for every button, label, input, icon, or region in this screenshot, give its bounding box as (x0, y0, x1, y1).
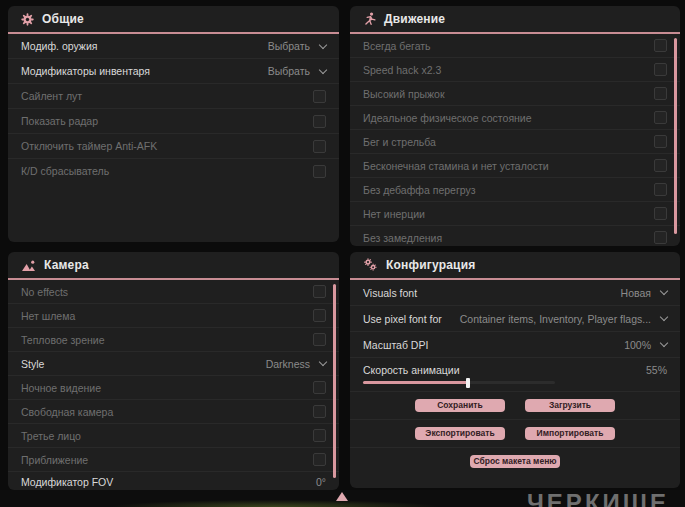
panel-movement-rows: Всегда бегатьSpeed hack x2.3Высокий прыж… (350, 34, 680, 246)
row-label: Бег и стрельба (363, 136, 436, 148)
movement-row[interactable]: Бесконечная стамина и нет усталости (350, 153, 680, 177)
dropdown[interactable]: 100% (624, 339, 667, 351)
game-terrain (40, 496, 510, 507)
panel-title: Движение (384, 12, 445, 26)
config-row: Масштаб DPI100% (350, 331, 680, 357)
movement-row[interactable]: Speed hack x2.3 (350, 57, 680, 81)
config-button[interactable]: Загрузить (525, 399, 615, 412)
panel-config-rows: Visuals fontНоваяUse pixel font forConta… (350, 280, 680, 390)
movement-row[interactable]: Высокий прыжок (350, 81, 680, 105)
checkbox[interactable] (313, 453, 326, 466)
movement-row[interactable]: Без замедления (350, 225, 680, 246)
row-label: Ночное видение (21, 382, 101, 394)
row-label: Масштаб DPI (363, 339, 428, 351)
slider[interactable] (363, 381, 555, 384)
camera-row[interactable]: Приближение (8, 447, 339, 471)
row-label: Speed hack x2.3 (363, 64, 441, 76)
dropdown[interactable]: Darkness (266, 358, 326, 370)
general-row[interactable]: Показать радар (8, 108, 339, 133)
checkbox[interactable] (654, 87, 667, 100)
movement-row[interactable]: Всегда бегать (350, 34, 680, 57)
general-row[interactable]: К/D сбрасыватель (8, 158, 339, 183)
camera-row: StyleDarkness (8, 351, 339, 375)
checkbox[interactable] (313, 309, 326, 322)
checkbox[interactable] (313, 405, 326, 418)
chevron-down-icon (319, 358, 327, 366)
row-label: Идеальное физическое состояние (363, 112, 532, 124)
slider-value: 55% (646, 364, 667, 376)
config-button[interactable]: Сброс макета меню (470, 455, 560, 468)
checkbox[interactable] (313, 429, 326, 442)
dropdown-value: Выбрать (268, 65, 310, 77)
panel-config-header: Конфигурация (350, 252, 680, 280)
checkbox[interactable] (654, 111, 667, 124)
camera-row[interactable]: Нет шлема (8, 303, 339, 327)
row-label: Третье лицо (21, 430, 81, 442)
chevron-down-icon (319, 40, 327, 48)
movement-row[interactable]: Нет инерции (350, 201, 680, 225)
checkbox[interactable] (313, 285, 326, 298)
config-buttons: СохранитьЗагрузитьЭкспортироватьИмпортир… (350, 391, 680, 475)
panel-general-header: Общие (8, 6, 339, 34)
checkbox[interactable] (654, 207, 667, 220)
row-label: No effects (21, 286, 68, 298)
row-label: Нет инерции (363, 208, 425, 220)
checkbox[interactable] (313, 90, 326, 103)
checkbox[interactable] (313, 333, 326, 346)
row-label: Приближение (21, 454, 88, 466)
general-row[interactable]: Сайлент лут (8, 83, 339, 108)
checkbox[interactable] (313, 140, 326, 153)
chevron-down-icon (660, 287, 668, 295)
camera-row[interactable]: Третье лицо (8, 423, 339, 447)
row-label: Скорость анимации (363, 364, 460, 376)
slider-value: 0° (316, 476, 326, 488)
row-label: Модификатор FOV (21, 476, 113, 488)
dropdown[interactable]: Новая (621, 287, 667, 299)
checkbox[interactable] (313, 115, 326, 128)
config-button[interactable]: Сохранить (415, 399, 505, 412)
row-label: Свободная камера (21, 406, 113, 418)
chevron-down-icon (660, 313, 668, 321)
dropdown-value: Выбрать (268, 40, 310, 52)
scrollbar[interactable] (333, 284, 336, 478)
checkbox[interactable] (313, 165, 326, 178)
config-row: Use pixel font forContainer items, Inven… (350, 305, 680, 331)
general-row[interactable]: Отключить таймер Anti-AFK (8, 133, 339, 158)
movement-row[interactable]: Идеальное физическое состояние (350, 105, 680, 129)
checkbox[interactable] (654, 39, 667, 52)
checkbox[interactable] (654, 63, 667, 76)
config-row: Visuals fontНовая (350, 280, 680, 305)
dropdown-value: 100% (624, 339, 651, 351)
config-button[interactable]: Импортировать (525, 427, 615, 440)
runner-icon (363, 12, 376, 26)
row-label: Показать радар (21, 115, 98, 127)
checkbox[interactable] (654, 231, 667, 244)
checkbox[interactable] (654, 159, 667, 172)
camera-row[interactable]: Ночное видение (8, 375, 339, 399)
checkbox[interactable] (313, 381, 326, 394)
image-icon (21, 259, 36, 272)
row-label: Всегда бегать (363, 40, 431, 52)
gear-icon (21, 13, 34, 26)
camera-row[interactable]: Свободная камера (8, 399, 339, 423)
dropdown[interactable]: Container items, Inventory, Player flags… (460, 313, 667, 325)
config-row: Скорость анимации55% (350, 357, 680, 390)
chevron-down-icon (660, 339, 668, 347)
camera-row[interactable]: No effects (8, 280, 339, 303)
row-label: Без замедления (363, 232, 442, 244)
dropdown[interactable]: Выбрать (268, 65, 326, 77)
movement-row[interactable]: Без дебаффа перегруз (350, 177, 680, 201)
row-label: Модификаторы инвентаря (21, 65, 150, 77)
row-label: Visuals font (363, 287, 417, 299)
scrollbar[interactable] (674, 38, 677, 234)
panel-general: Общие Модиф. оружияВыбратьМодификаторы и… (8, 6, 339, 242)
checkbox[interactable] (654, 135, 667, 148)
movement-row[interactable]: Бег и стрельба (350, 129, 680, 153)
chevron-down-icon (319, 65, 327, 73)
row-label: Style (21, 358, 44, 370)
config-button[interactable]: Экспортировать (415, 427, 505, 440)
checkbox[interactable] (654, 183, 667, 196)
camera-row[interactable]: Тепловое зрение (8, 327, 339, 351)
dropdown[interactable]: Выбрать (268, 40, 326, 52)
cheat-menu-overlay: ЧЕРКИШЕ (0, 0, 685, 507)
